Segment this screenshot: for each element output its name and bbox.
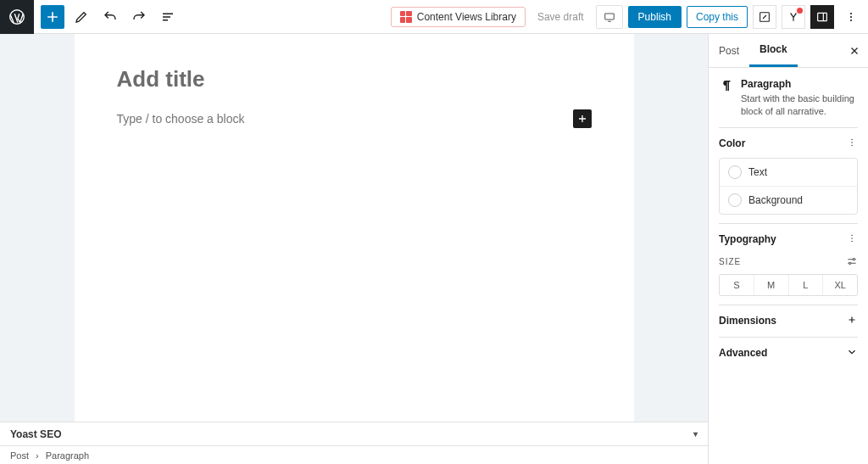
- color-swatch-icon: [728, 165, 742, 179]
- svg-point-8: [851, 142, 853, 143]
- redo-button[interactable]: [127, 5, 151, 29]
- yoast-button[interactable]: [782, 5, 805, 29]
- size-l[interactable]: L: [788, 275, 823, 295]
- svg-point-7: [851, 138, 853, 140]
- sidebar-icon: [815, 10, 829, 24]
- panel-advanced-title: Advanced: [719, 347, 767, 359]
- square-pencil-icon: [758, 10, 771, 24]
- close-icon: [849, 45, 860, 57]
- copy-this-button[interactable]: Copy this: [687, 6, 748, 28]
- toolbar-left: [34, 5, 180, 29]
- wordpress-icon: [8, 8, 26, 26]
- svg-rect-1: [604, 13, 614, 19]
- more-vertical-icon[interactable]: [846, 232, 858, 247]
- text-color-button[interactable]: Text: [720, 159, 857, 186]
- svg-point-9: [851, 144, 853, 146]
- font-size-picker: S M L XL: [719, 274, 858, 296]
- svg-point-10: [851, 234, 853, 236]
- panel-color: Color Text Background: [719, 127, 858, 223]
- svg-point-4: [850, 12, 852, 14]
- color-swatch-icon: [728, 193, 742, 207]
- svg-point-11: [851, 238, 853, 239]
- yoast-panel-label: Yoast SEO: [10, 428, 61, 440]
- inline-block-inserter[interactable]: [573, 109, 592, 128]
- editor-canvas: Add title Type / to choose a block: [75, 34, 634, 422]
- breadcrumb-root[interactable]: Post: [10, 450, 29, 461]
- wordpress-logo[interactable]: [0, 0, 34, 34]
- background-color-label: Background: [748, 194, 803, 206]
- sidebar-close-button[interactable]: [841, 37, 868, 64]
- desktop-icon: [602, 11, 617, 23]
- panel-typography: Typography SIZE S M L XL: [719, 223, 858, 305]
- block-breadcrumb: Post › Paragraph: [0, 445, 708, 464]
- caret-down-icon: ▾: [693, 429, 698, 439]
- breadcrumb-leaf[interactable]: Paragraph: [46, 450, 89, 461]
- block-inserter-button[interactable]: [41, 5, 64, 29]
- toolbar-right: Content Views Library Save draft Publish…: [391, 5, 868, 29]
- yoast-seo-panel-toggle[interactable]: Yoast SEO ▾: [0, 422, 708, 445]
- editor-column: Add title Type / to choose a block Yoast…: [0, 34, 709, 464]
- document-overview-button[interactable]: [156, 5, 180, 29]
- redo-icon: [131, 9, 147, 25]
- plus-icon[interactable]: [846, 314, 858, 328]
- plus-icon: [576, 112, 589, 126]
- settings-sidebar: Post Block Paragraph Start with the basi…: [709, 34, 868, 464]
- size-label: SIZE: [719, 257, 741, 266]
- panel-color-title: Color: [719, 137, 745, 149]
- breadcrumb-separator: ›: [36, 450, 39, 461]
- main-area: Add title Type / to choose a block Yoast…: [0, 34, 868, 464]
- edit-mode-button[interactable]: [70, 5, 93, 29]
- panel-dimensions-title: Dimensions: [719, 315, 776, 327]
- text-color-label: Text: [748, 166, 767, 178]
- more-vertical-icon[interactable]: [846, 137, 858, 151]
- svg-rect-3: [818, 13, 827, 20]
- panel-advanced: Advanced: [719, 337, 858, 369]
- block-placeholder-input[interactable]: Type / to choose a block: [117, 112, 573, 126]
- sliders-icon[interactable]: [846, 255, 858, 269]
- settings-sidebar-toggle[interactable]: [810, 5, 834, 29]
- pencil-icon: [74, 9, 89, 25]
- panel-color-header[interactable]: Color: [719, 137, 858, 151]
- content-views-library-button[interactable]: Content Views Library: [391, 7, 526, 27]
- panel-dimensions-header[interactable]: Dimensions: [719, 314, 858, 328]
- svg-point-13: [853, 258, 854, 260]
- content-views-label: Content Views Library: [417, 11, 516, 23]
- block-name: Paragraph: [741, 78, 858, 90]
- svg-point-5: [850, 15, 852, 17]
- undo-icon: [103, 9, 118, 25]
- preview-button[interactable]: [596, 5, 623, 29]
- paragraph-icon: [719, 78, 734, 119]
- svg-point-6: [850, 19, 852, 20]
- sidebar-body: Paragraph Start with the basic building …: [709, 68, 868, 464]
- save-draft-button[interactable]: Save draft: [531, 8, 591, 26]
- tab-block[interactable]: Block: [749, 34, 798, 67]
- block-card: Paragraph Start with the basic building …: [719, 78, 858, 119]
- post-title-input[interactable]: Add title: [117, 66, 592, 92]
- tab-post[interactable]: Post: [709, 34, 749, 67]
- top-toolbar: Content Views Library Save draft Publish…: [0, 0, 868, 34]
- chevron-down-icon: [846, 346, 858, 361]
- more-vertical-icon: [844, 10, 858, 24]
- block-description: Start with the basic building block of a…: [741, 92, 858, 119]
- panel-dimensions: Dimensions: [719, 305, 858, 337]
- size-s[interactable]: S: [720, 275, 754, 295]
- empty-paragraph-block: Type / to choose a block: [117, 109, 592, 128]
- grid-icon: [400, 11, 412, 23]
- size-xl[interactable]: XL: [822, 275, 857, 295]
- color-options-list: Text Background: [719, 158, 858, 215]
- options-menu-button[interactable]: [839, 5, 863, 29]
- size-m[interactable]: M: [754, 275, 788, 295]
- editor-canvas-wrap: Add title Type / to choose a block: [0, 34, 708, 422]
- svg-point-14: [849, 262, 851, 264]
- undo-button[interactable]: [98, 5, 122, 29]
- editor-canvas-toggle[interactable]: [753, 5, 776, 29]
- panel-typography-header[interactable]: Typography: [719, 232, 858, 247]
- background-color-button[interactable]: Background: [720, 186, 857, 214]
- svg-point-12: [851, 240, 853, 242]
- yoast-status-dot: [797, 8, 803, 14]
- panel-typography-title: Typography: [719, 233, 776, 245]
- list-icon: [160, 9, 175, 25]
- publish-button[interactable]: Publish: [628, 6, 682, 28]
- plus-icon: [44, 8, 61, 25]
- panel-advanced-header[interactable]: Advanced: [719, 346, 858, 361]
